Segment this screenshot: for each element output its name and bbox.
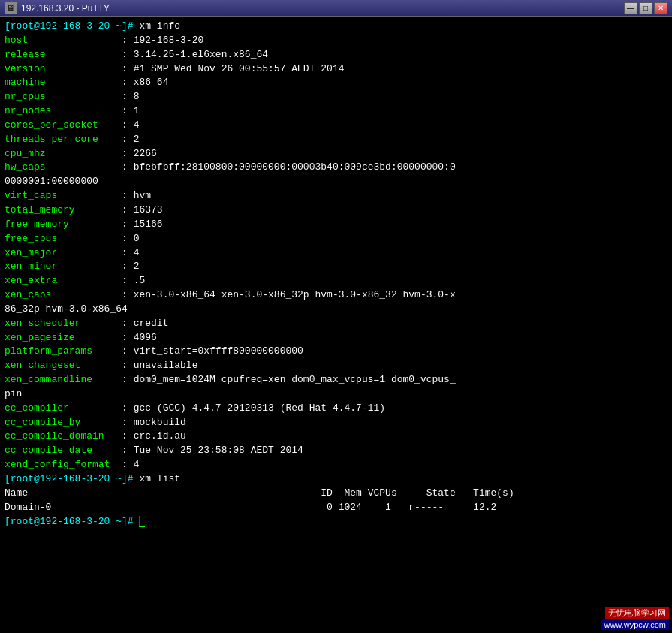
window-controls: — □ ✕ [624, 2, 667, 14]
watermark-top: 无忧电脑学习网 [605, 607, 669, 619]
window-title: 192.168.3.20 - PuTTY [21, 3, 110, 14]
close-button[interactable]: ✕ [654, 2, 667, 14]
putty-icon: 🖥 [5, 2, 17, 14]
title-bar: 🖥 192.168.3.20 - PuTTY — □ ✕ [0, 0, 672, 17]
minimize-button[interactable]: — [624, 2, 637, 14]
maximize-button[interactable]: □ [639, 2, 652, 14]
watermark-bot: www.wypcw.com [601, 619, 669, 630]
terminal-area[interactable]: [root@192-168-3-20 ~]# xm info host : 19… [0, 17, 672, 633]
watermark: 无忧电脑学习网 www.wypcw.com [601, 607, 669, 630]
